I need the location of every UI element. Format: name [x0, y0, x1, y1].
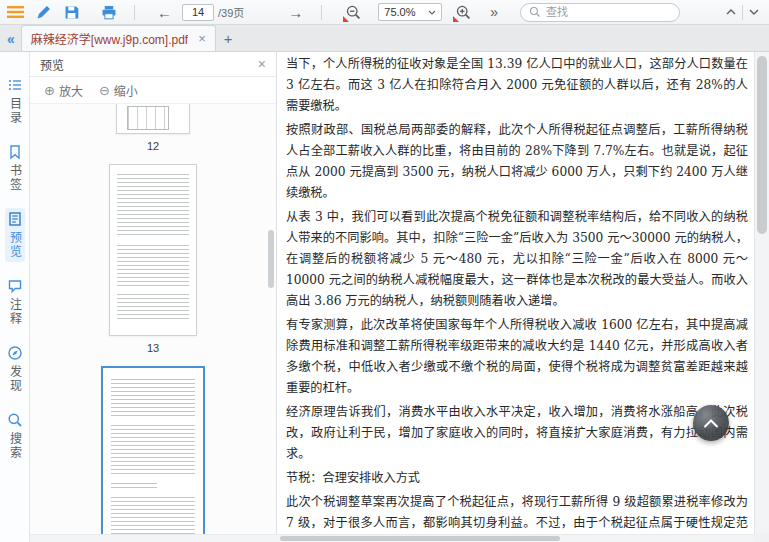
thumbnail-label: 12 — [147, 140, 159, 152]
sidebar-item-label: 预览 — [9, 231, 21, 259]
thumbnail-text-lines — [117, 174, 189, 238]
zoom-out-label: 缩小 — [114, 82, 138, 99]
back-to-top-button[interactable] — [693, 405, 729, 441]
document-text: 当下，个人所得税的征收对象是全国 13.39 亿人口中的就业人口，这部分人口数量… — [286, 54, 748, 542]
circle-minus-icon: ⊖ — [99, 83, 110, 98]
zoom-out-icon[interactable] — [342, 1, 364, 23]
toolbar-options-chevron-down-icon[interactable] — [743, 1, 765, 23]
save-icon[interactable] — [60, 1, 82, 23]
pdf-reader-app: ← /39页 → 75.0% » « — [0, 0, 769, 542]
page-number-input[interactable] — [182, 4, 214, 21]
sidebar-item-label: 搜索 — [9, 432, 21, 460]
zoom-out-flag — [343, 16, 349, 22]
zoom-in-flag — [453, 16, 459, 22]
preview-zoom-controls: ⊕ 放大 ⊖ 缩小 — [30, 77, 276, 104]
new-tab-button[interactable]: + — [216, 30, 241, 51]
thumbnail-label: 13 — [147, 342, 159, 354]
tab-bar: « 麻辣经济学[www.j9p.com].pdf × + — [0, 25, 769, 52]
edit-pen-icon[interactable] — [32, 1, 54, 23]
thumbnail-list: 12 13 — [30, 104, 276, 542]
hamburger-menu-icon[interactable] — [4, 1, 26, 23]
thumbnail-text-lines — [117, 245, 189, 287]
zoom-in-icon[interactable] — [452, 1, 474, 23]
section-heading: 节税：合理安排收入方式 — [286, 468, 748, 489]
thumbnail-zoom-out-button[interactable]: ⊖ 缩小 — [99, 82, 138, 99]
thumbnail-page-14-selected[interactable] — [101, 366, 205, 542]
chevron-down-icon — [428, 10, 436, 15]
search-input[interactable] — [546, 6, 671, 18]
tab-close-icon[interactable]: × — [198, 31, 206, 46]
thumbnail-text-lines — [111, 379, 195, 419]
sidebar-item-search[interactable]: 搜索 — [5, 409, 25, 463]
compass-icon — [7, 345, 23, 361]
bookmark-icon — [7, 144, 23, 160]
zoom-in-label: 放大 — [59, 82, 83, 99]
toolbar-separator — [134, 5, 135, 20]
toolbar-separator — [321, 5, 322, 20]
sidebar-item-label: 书签 — [9, 164, 21, 192]
print-icon[interactable] — [98, 1, 120, 23]
sidebar-item-label: 发现 — [9, 365, 21, 393]
zoom-level-dropdown[interactable]: 75.0% — [378, 3, 442, 21]
sidebar-item-preview[interactable]: 预览 — [5, 208, 25, 262]
collapse-tabs-icon[interactable]: « — [0, 31, 21, 51]
page-total-label: /39页 — [218, 4, 244, 20]
sidebar-item-discover[interactable]: 发现 — [5, 342, 25, 396]
search-box[interactable] — [520, 3, 680, 22]
search-icon — [7, 412, 23, 428]
document-paragraph: 有专家测算，此次改革将使国家每年个人所得税收入减收 1600 亿左右，其中提高减… — [286, 315, 748, 399]
sidebar-item-label: 目录 — [9, 97, 21, 125]
horizontal-scrollbar-thumb[interactable] — [280, 536, 560, 541]
preview-panel-header: 预览 × — [30, 52, 276, 77]
sidebar-item-bookmarks[interactable]: 书签 — [5, 141, 25, 195]
circle-plus-icon: ⊕ — [44, 83, 55, 98]
collapse-toolbar-chevron-up-icon[interactable] — [720, 1, 742, 23]
scrollbar-corner — [754, 534, 769, 542]
thumbnail-zoom-in-button[interactable]: ⊕ 放大 — [44, 82, 83, 99]
horizontal-scrollbar[interactable] — [30, 534, 754, 542]
thumbnail-text-lines — [117, 294, 189, 322]
document-paragraph: 经济原理告诉我们，消费水平由收入水平决定，收入增加，消费将水涨船高。此次税改，政… — [286, 402, 748, 465]
workspace: 目录 书签 预览 注释 发现 搜索 — [0, 52, 769, 542]
document-paragraph: 当下，个人所得税的征收对象是全国 13.39 亿人口中的就业人口，这部分人口数量… — [286, 54, 748, 117]
search-icon — [529, 6, 541, 18]
thumbnail-text-lines — [111, 425, 195, 477]
document-paragraph: 按照财政部、国税总局两部委的解释，此次个人所得税起征点调整后，工薪所得纳税人占全… — [286, 120, 748, 204]
zoom-level-value: 75.0% — [384, 6, 415, 18]
document-tab[interactable]: 麻辣经济学[www.j9p.com].pdf × — [21, 25, 216, 51]
thumbnail-page-13[interactable] — [109, 164, 197, 336]
more-tools-button[interactable]: » — [486, 4, 502, 20]
thumbnail-text-lines — [111, 483, 157, 491]
preview-icon — [7, 211, 23, 227]
next-page-button[interactable]: → — [288, 5, 303, 20]
annotation-icon — [7, 278, 23, 294]
vertical-scrollbar[interactable] — [754, 52, 769, 542]
document-paragraph: 从表 3 中，我们可以看到此次提高个税免征额和调整税率结构后，给不同收入的纳税人… — [286, 207, 748, 312]
preview-panel-close-icon[interactable]: × — [258, 56, 266, 72]
sidebar-item-label: 注释 — [9, 298, 21, 326]
chevron-up-icon — [702, 417, 720, 429]
toc-icon — [7, 77, 23, 93]
sidebar-item-toc[interactable]: 目录 — [5, 74, 25, 128]
tab-title: 麻辣经济学[www.j9p.com].pdf — [31, 30, 188, 47]
preview-panel: 预览 × ⊕ 放大 ⊖ 缩小 12 — [30, 52, 277, 542]
sidebar-iconbar: 目录 书签 预览 注释 发现 搜索 — [0, 52, 30, 542]
document-area: 当下，个人所得税的征收对象是全国 13.39 亿人口中的就业人口，这部分人口数量… — [277, 52, 754, 542]
vertical-scrollbar-thumb[interactable] — [757, 56, 767, 234]
previous-page-button[interactable]: ← — [157, 5, 172, 20]
thumbnail-table-sketch — [127, 106, 169, 130]
preview-scrollbar-thumb[interactable] — [268, 230, 274, 288]
main-toolbar: ← /39页 → 75.0% » — [0, 0, 769, 25]
thumbnail-page-12[interactable] — [116, 104, 190, 134]
sidebar-item-annotations[interactable]: 注释 — [5, 275, 25, 329]
preview-panel-title: 预览 — [40, 56, 64, 73]
